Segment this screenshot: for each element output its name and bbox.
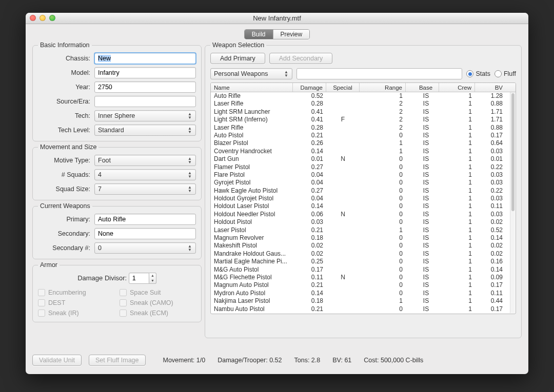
radio-on-icon: [466, 70, 473, 77]
table-row[interactable]: M&G Auto Pistol0.170IS10.14: [211, 266, 509, 274]
table-row[interactable]: Blazer Pistol0.261IS10.64: [211, 139, 509, 147]
table-row[interactable]: Mandrake Holdout Gaus...0.020IS10.02: [211, 250, 509, 258]
year-label: Year:: [38, 84, 94, 91]
cb-sneak-ecm[interactable]: Sneak (ECM): [120, 310, 196, 317]
table-row[interactable]: Auto Pistol0.210IS10.17: [211, 132, 509, 139]
basic-info-legend: Basic Information: [38, 42, 92, 49]
year-input[interactable]: [94, 81, 196, 93]
table-row[interactable]: Hawk Eagle Auto Pistol0.270IS10.22: [211, 187, 509, 195]
stat-dpt: Damage/Trooper: 0.52: [217, 357, 282, 364]
radio-stats[interactable]: Stats: [466, 70, 490, 77]
table-row[interactable]: Mydron Auto Pistol0.140IS10.11: [211, 290, 509, 297]
chevron-up-icon[interactable]: ▲: [149, 273, 156, 278]
table-row[interactable]: Laser Rifle0.282IS10.88: [211, 124, 509, 132]
tab-build[interactable]: Build: [245, 30, 273, 39]
table-row[interactable]: Holdout Needler Pistol0.06N0IS10.03: [211, 211, 509, 218]
stepper-buttons[interactable]: ▲▼: [149, 273, 156, 284]
minimize-icon[interactable]: [39, 15, 46, 21]
table-row[interactable]: Coventry Handrocket0.141IS10.03: [211, 148, 509, 155]
model-input[interactable]: [94, 67, 196, 78]
col-special[interactable]: Special: [326, 83, 360, 92]
stat-bv: BV: 61: [332, 357, 351, 364]
scrollbar[interactable]: [510, 92, 515, 313]
table-row[interactable]: Holdout Pistol0.030IS10.02: [211, 218, 509, 226]
weapon-search-input[interactable]: [296, 68, 462, 79]
secondary-input[interactable]: [94, 228, 196, 239]
col-crew[interactable]: Crew: [439, 83, 475, 92]
table-row[interactable]: Laser Rifle0.282IS10.88: [211, 100, 509, 108]
table-row[interactable]: Magnum Revolver0.180IS10.14: [211, 234, 509, 242]
radio-fluff[interactable]: Fluff: [494, 70, 516, 77]
table-row[interactable]: Holdout Laser Pistol0.140IS10.11: [211, 202, 509, 210]
divisor-input[interactable]: [129, 273, 149, 284]
secondary-label: Secondary:: [38, 230, 94, 237]
radio-off-icon: [494, 70, 502, 77]
window-title: New Infantry.mtf: [253, 14, 301, 22]
col-range[interactable]: Range: [360, 83, 406, 92]
table-row[interactable]: M&G Flechette Pistol0.11N0IS10.09: [211, 274, 509, 281]
col-damage[interactable]: Damage: [293, 83, 326, 92]
cb-sneak-camo[interactable]: Sneak (CAMO): [120, 299, 196, 306]
segmented-tabs: Build Preview: [244, 29, 310, 39]
motive-select[interactable]: Foot▲▼: [94, 155, 196, 166]
armor-legend: Armor: [38, 261, 60, 269]
tech-label: Tech:: [38, 112, 94, 119]
chevron-updown-icon: ▲▼: [186, 244, 193, 252]
stat-cost: Cost: 500,000 C-bills: [364, 357, 423, 364]
cb-sneak-ir[interactable]: Sneak (IR): [38, 310, 114, 317]
add-secondary-button[interactable]: Add Secondary: [269, 53, 332, 64]
fluff-image-button[interactable]: Set Fluff Image: [89, 355, 146, 366]
table-row[interactable]: Martial Eagle Machine Pi...0.250IS10.16: [211, 258, 509, 265]
table-row[interactable]: Laser Pistol0.211IS10.52: [211, 226, 509, 234]
table-row[interactable]: Gyrojet Pistol0.040IS10.03: [211, 179, 509, 187]
validate-button[interactable]: Validate Unit: [32, 355, 82, 366]
chevron-updown-icon: ▲▼: [283, 70, 290, 78]
col-name[interactable]: Name: [211, 83, 293, 92]
chevron-updown-icon: ▲▼: [186, 156, 193, 164]
chevron-updown-icon: ▲▼: [186, 112, 193, 120]
add-primary-button[interactable]: Add Primary: [210, 53, 265, 64]
table-row[interactable]: Dart Gun0.01N0IS10.01: [211, 155, 509, 163]
table-row[interactable]: Auto Rifle0.521IS11.28: [211, 92, 509, 100]
table-row[interactable]: Flamer Pistol0.270IS10.22: [211, 163, 509, 171]
weapon-category-select[interactable]: Personal Weapons▲▼: [210, 68, 292, 79]
zoom-icon[interactable]: [49, 15, 55, 21]
secnum-select[interactable]: 0▲▼: [94, 242, 196, 254]
right-column: Weapon Selection Add Primary Add Seconda…: [205, 42, 522, 338]
movement-legend: Movement and Size: [38, 143, 98, 151]
squadsize-select[interactable]: 7▲▼: [94, 183, 196, 195]
table-header: Name Damage Special Range Base Crew BV: [211, 83, 516, 92]
chevron-down-icon[interactable]: ▼: [149, 278, 156, 283]
movement-group: Movement and Size Motive Type:Foot▲▼ # S…: [32, 143, 202, 200]
table-row[interactable]: Light SRM Launcher0.412IS11.71: [211, 108, 509, 116]
table-row[interactable]: Makeshift Pistol0.020IS10.02: [211, 242, 509, 250]
table-row[interactable]: Holdout Gyrojet Pistol0.040IS10.03: [211, 195, 509, 202]
scrollbar-thumb[interactable]: [511, 93, 515, 211]
table-row[interactable]: Light SRM (Inferno)0.41F2IS11.71: [211, 116, 509, 123]
techlevel-select[interactable]: Standard▲▼: [94, 125, 196, 136]
table-row[interactable]: Nambu Auto Pistol0.210IS10.17: [211, 305, 509, 313]
source-label: Source/Era:: [38, 98, 94, 105]
table-row[interactable]: Magnum Auto Pistol0.210IS10.17: [211, 281, 509, 289]
primary-input[interactable]: [94, 214, 196, 225]
armor-checkboxes: Encumbering Space Suit DEST Sneak (CAMO)…: [38, 289, 196, 317]
table-body[interactable]: Auto Rifle0.521IS11.28Laser Rifle0.282IS…: [211, 92, 509, 314]
chassis-input[interactable]: [94, 53, 196, 64]
table-row[interactable]: Nakjima Laser Pistol0.181IS10.44: [211, 297, 509, 305]
cb-dest[interactable]: DEST: [38, 299, 114, 306]
weapon-legend: Weapon Selection: [210, 42, 266, 49]
weapon-table: Name Damage Special Range Base Crew BV A…: [210, 82, 516, 314]
stat-tons: Tons: 2.8: [294, 357, 321, 364]
cb-encumbering[interactable]: Encumbering: [38, 289, 114, 296]
close-icon[interactable]: [30, 15, 36, 21]
table-row[interactable]: Flare Pistol0.040IS10.03: [211, 171, 509, 179]
tech-select[interactable]: Inner Sphere▲▼: [94, 110, 196, 121]
chevron-updown-icon: ▲▼: [186, 185, 193, 193]
tab-preview[interactable]: Preview: [273, 30, 310, 39]
col-base[interactable]: Base: [406, 83, 439, 92]
cb-space-suit[interactable]: Space Suit: [120, 289, 196, 296]
source-input[interactable]: [94, 96, 196, 107]
divisor-stepper[interactable]: ▲▼: [129, 273, 156, 284]
col-bv[interactable]: BV: [475, 83, 506, 92]
squads-select[interactable]: 4▲▼: [94, 169, 196, 180]
